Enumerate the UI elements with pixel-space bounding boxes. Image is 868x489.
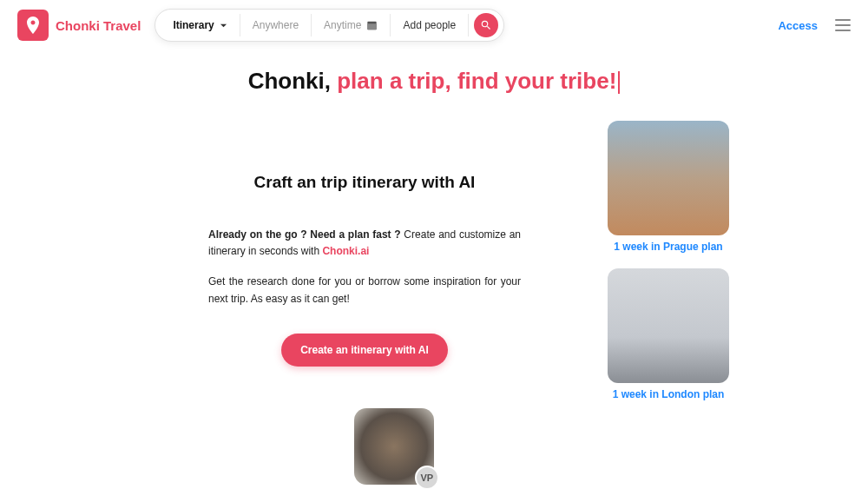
search-where-placeholder: Anywhere	[253, 19, 299, 31]
logo-icon	[17, 10, 49, 41]
intro-heading: Craft an trip itinerary with AI	[208, 173, 521, 192]
search-bar: Itinerary Anywhere Anytime Add people	[155, 9, 504, 42]
hero-accent: plan a trip, find your tribe!	[337, 68, 616, 94]
search-type-selector[interactable]: Itinerary	[169, 14, 240, 36]
search-who-placeholder: Add people	[403, 19, 456, 31]
chonki-ai-link[interactable]: Chonki.ai	[322, 245, 369, 257]
plan-title: 1 week in London plan	[573, 388, 764, 400]
brand-logo[interactable]: Chonki Travel	[17, 10, 141, 41]
hero-title: Chonki, plan a trip, find your tribe!	[0, 68, 868, 95]
plan-image-prague	[608, 121, 729, 235]
search-type-label: Itinerary	[173, 19, 214, 31]
intro-p1-bold: Already on the go ? Need a plan fast ?	[208, 228, 401, 241]
search-button[interactable]	[474, 13, 498, 37]
chevron-down-icon	[220, 22, 227, 30]
search-when-placeholder: Anytime	[324, 19, 361, 31]
search-icon	[480, 19, 492, 31]
hamburger-menu-icon[interactable]	[835, 19, 851, 31]
search-who[interactable]: Add people	[391, 14, 469, 36]
calendar-icon	[366, 20, 378, 30]
typing-cursor	[618, 71, 620, 94]
plan-image-london	[608, 268, 729, 383]
brand-name: Chonki Travel	[56, 18, 141, 33]
author-avatar: VP	[415, 466, 439, 489]
intro-paragraph-2: Get the research done for you or borrow …	[208, 274, 521, 307]
search-when[interactable]: Anytime	[312, 14, 391, 36]
plan-card-prague[interactable]: 1 week in Prague plan	[573, 121, 764, 253]
search-where[interactable]: Anywhere	[240, 14, 312, 36]
plan-title: 1 week in Prague plan	[573, 241, 764, 253]
intro-paragraph-1: Already on the go ? Need a plan fast ? C…	[208, 227, 521, 260]
svg-rect-1	[368, 23, 377, 30]
plan-card-london[interactable]: 1 week in London plan	[573, 268, 764, 400]
hero-lead: Chonki,	[248, 68, 338, 94]
saved-locations-card[interactable]: VP New York favorite food (11 saved loca…	[286, 408, 502, 489]
create-itinerary-button[interactable]: Create an itinerary with AI	[281, 334, 448, 367]
access-link[interactable]: Access	[778, 19, 818, 32]
